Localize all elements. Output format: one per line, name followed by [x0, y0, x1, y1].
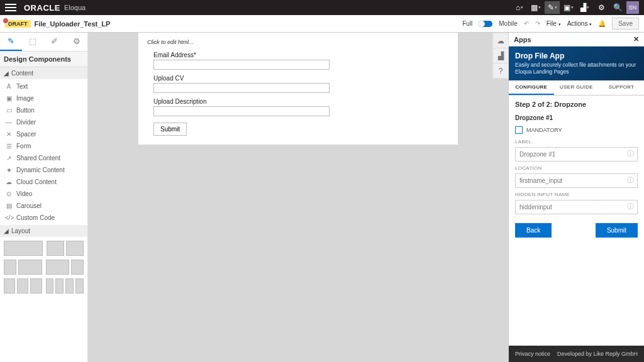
help-icon[interactable]: ?	[493, 63, 508, 79]
input-cv[interactable]	[153, 83, 330, 93]
comp-divider[interactable]: —Divider	[0, 116, 87, 128]
comp-cloud[interactable]: ☁Cloud Content	[0, 176, 87, 188]
field-desc: Upload Description	[153, 98, 449, 116]
subheader: DRAFT File_Uploader_Test_LP Full Mobile …	[0, 15, 644, 33]
home-icon[interactable]: ⌂▾	[512, 1, 527, 14]
gear-tab-icon[interactable]: ⚙	[65, 33, 87, 51]
stats-icon[interactable]: ▟	[493, 48, 508, 63]
input-email[interactable]	[153, 60, 330, 70]
comp-carousel[interactable]: ▤Carousel	[0, 200, 87, 212]
view-full-label: Full	[462, 20, 472, 27]
header-icon-row: ⌂▾ ▦▾ ✎▾ ▣▾ ▟▾ ⚙ 🔍 SN	[512, 1, 639, 14]
comp-spacer[interactable]: ✕Spacer	[0, 128, 87, 140]
tab-support[interactable]: SUPPORT	[599, 80, 644, 95]
apps-submit-button[interactable]: Submit	[596, 223, 638, 238]
image-icon[interactable]: ▣▾	[561, 1, 576, 14]
comp-image[interactable]: ▣Image	[0, 92, 87, 104]
layout-3col[interactable]	[4, 278, 42, 293]
brand: ORACLE	[24, 3, 60, 13]
credit: Developed by Like Reply GmbH	[557, 351, 638, 357]
layout-1-1[interactable]	[4, 260, 42, 275]
apps-panel: Apps ✕ Drop File App Easily and securely…	[508, 33, 644, 362]
layout-grid	[0, 237, 87, 297]
chart-icon[interactable]: ▟▾	[577, 1, 592, 14]
file-menu[interactable]: File ▾	[547, 20, 561, 27]
cube-tab-icon[interactable]: ⬚	[22, 33, 44, 51]
page-name: File_Uploader_Test_LP	[35, 20, 111, 28]
dropzone-title: Dropzone #1	[515, 114, 638, 121]
status-badge: DRAFT	[5, 20, 31, 28]
canvas-wrap: Click to edit html... Email Address* Upl…	[88, 33, 508, 362]
redo-icon[interactable]: ↷	[535, 20, 540, 27]
save-button[interactable]: Save	[612, 18, 639, 30]
undo-icon[interactable]: ↶	[524, 20, 529, 27]
label-input[interactable]	[515, 147, 638, 162]
page-block[interactable]: Click to edit html... Email Address* Upl…	[138, 33, 458, 145]
field-cv: Upload CV	[153, 75, 449, 93]
apps-title: Apps	[514, 36, 531, 43]
tab-guide[interactable]: USER GUIDE	[554, 80, 599, 95]
apps-hero-desc: Easily and securely collect file attachm…	[515, 62, 638, 75]
comp-video[interactable]: ⊙Video	[0, 188, 87, 200]
comp-shared[interactable]: ↗Shared Content	[0, 152, 87, 164]
comp-text[interactable]: AText	[0, 80, 87, 92]
close-icon[interactable]: ✕	[633, 35, 639, 43]
brush-tab-icon[interactable]: ✐	[44, 33, 66, 51]
product-name: Eloqua	[64, 4, 86, 11]
label-email: Email Address*	[153, 52, 449, 58]
apps-button-row: Back Submit	[515, 223, 638, 238]
view-toggle[interactable]	[479, 21, 492, 27]
mandatory-row[interactable]: MANDATORY	[515, 126, 638, 134]
main-area: ✎ ⬚ ✐ ⚙ Design Components ◢ Content ATex…	[0, 33, 644, 362]
label-desc: Upload Description	[153, 98, 449, 105]
content-section-head[interactable]: ◢ Content	[0, 67, 87, 79]
subheader-right: Full Mobile ↶ ↷ File ▾ Actions ▾ 🔔 Save	[462, 18, 639, 30]
layout-1-1b[interactable]	[46, 260, 84, 275]
layout-4col[interactable]	[46, 278, 84, 293]
cloud-icon[interactable]: ☁	[493, 33, 508, 48]
step-title: Step 2 of 2: Dropzone	[515, 101, 638, 108]
comp-form[interactable]: ☰Form	[0, 140, 87, 152]
hidden-input[interactable]	[515, 200, 638, 214]
gear-icon[interactable]: ⚙	[594, 1, 609, 14]
mandatory-checkbox[interactable]	[515, 126, 523, 134]
left-sidebar: ✎ ⬚ ✐ ⚙ Design Components ◢ Content ATex…	[0, 33, 88, 362]
location-heading: LOCATION	[515, 165, 638, 171]
info-icon-3[interactable]: ⓘ	[627, 201, 634, 211]
apps-head: Apps ✕	[509, 33, 644, 47]
location-input[interactable]	[515, 173, 638, 188]
back-button[interactable]: Back	[515, 223, 552, 238]
comp-custom[interactable]: </>Custom Code	[0, 212, 87, 224]
content-list: AText ▣Image ▭Button —Divider ✕Spacer ☰F…	[0, 79, 87, 225]
user-avatar[interactable]: SN	[626, 1, 639, 14]
label-heading: LABEL	[515, 139, 638, 145]
edit-hint: Click to edit html...	[147, 39, 449, 45]
tab-configure[interactable]: CONFIGURE	[509, 80, 554, 95]
privacy-link[interactable]: Privacy notice	[515, 351, 550, 357]
mandatory-label: MANDATORY	[526, 127, 562, 133]
comp-button[interactable]: ▭Button	[0, 104, 87, 116]
layout-section-head[interactable]: ◢ Layout	[0, 225, 87, 237]
search-icon[interactable]: 🔍	[610, 1, 625, 14]
design-tab-icon[interactable]: ✎	[0, 33, 22, 51]
info-icon-2[interactable]: ⓘ	[627, 175, 634, 184]
canvas[interactable]: Click to edit html... Email Address* Upl…	[88, 33, 508, 362]
actions-menu[interactable]: Actions ▾	[567, 20, 592, 27]
layout-1col[interactable]	[4, 241, 43, 256]
sidebar-toolstrip: ✎ ⬚ ✐ ⚙	[0, 33, 87, 52]
hidden-heading: HIDDEN INPUT NAME	[515, 192, 638, 197]
apps-body: Step 2 of 2: Dropzone Dropzone #1 MANDAT…	[509, 96, 644, 243]
grid-icon[interactable]: ▦▾	[528, 1, 543, 14]
bell-icon[interactable]: 🔔	[598, 20, 606, 27]
field-email: Email Address*	[153, 52, 449, 70]
layout-2col[interactable]	[47, 241, 84, 256]
apps-hero: Drop File App Easily and securely collec…	[509, 47, 644, 80]
input-desc[interactable]	[153, 106, 330, 116]
pencil-icon[interactable]: ✎▾	[545, 1, 560, 14]
hamburger-icon[interactable]	[5, 4, 16, 11]
top-header: ORACLE Eloqua ⌂▾ ▦▾ ✎▾ ▣▾ ▟▾ ⚙ 🔍 SN	[0, 0, 644, 15]
canvas-side-rail: ☁ ▟ ?	[492, 33, 509, 79]
form-submit-button[interactable]: Submit	[153, 123, 187, 136]
comp-dynamic[interactable]: ★Dynamic Content	[0, 164, 87, 176]
info-icon[interactable]: ⓘ	[627, 148, 634, 158]
